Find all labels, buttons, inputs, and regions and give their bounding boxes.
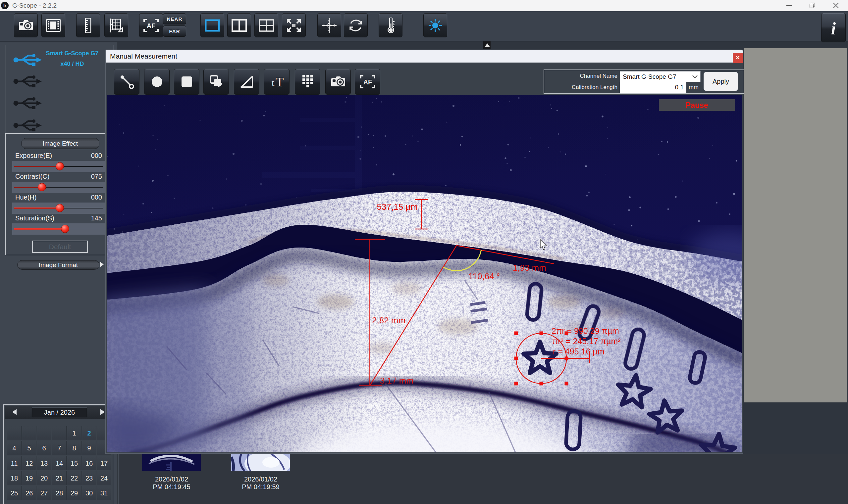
svg-text:1,93 mm: 1,93 mm <box>513 263 546 273</box>
svg-text:2πr = 990,29 πµm: 2πr = 990,29 πµm <box>552 326 619 336</box>
svg-text:Pause: Pause <box>686 101 708 110</box>
svg-text:r = 495,16 µm: r = 495,16 µm <box>553 347 604 356</box>
svg-text:3,17 mm: 3,17 mm <box>380 376 413 385</box>
svg-text:110,64 °: 110,64 ° <box>468 271 500 281</box>
svg-text:i: i <box>831 19 836 37</box>
svg-text:537,15 µm: 537,15 µm <box>377 202 418 212</box>
svg-text:AF: AF <box>147 22 156 30</box>
svg-text:T: T <box>276 75 283 88</box>
svg-text:AF: AF <box>363 78 372 86</box>
svg-text:t: t <box>272 77 275 88</box>
svg-text:πr² = 245,17 πµm²: πr² = 245,17 πµm² <box>552 337 621 346</box>
svg-text:2,82 mm: 2,82 mm <box>372 316 405 325</box>
